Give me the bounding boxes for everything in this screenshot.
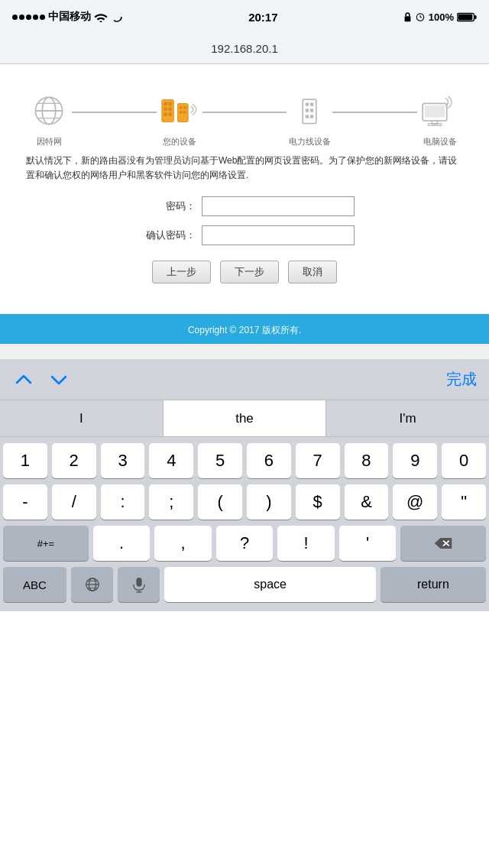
key-2[interactable]: 2 <box>52 443 96 478</box>
form-section: 默认情况下，新的路由器没有为管理员访问基于Web配置的网页设置密码。为了保护您的… <box>18 154 471 283</box>
kb-row-mixed: #+= . , ? ! ' <box>3 526 486 561</box>
key-comma[interactable]: , <box>154 526 212 561</box>
key-dash[interactable]: - <box>3 484 47 520</box>
network-diagram: 因特网 <box>18 79 471 154</box>
confirm-input[interactable] <box>202 225 355 245</box>
key-globe[interactable] <box>71 567 113 602</box>
svg-rect-22 <box>180 106 182 108</box>
battery-label: 100% <box>429 11 454 23</box>
powerline-icon <box>287 92 332 130</box>
network-item-computer: 电脑设备 <box>417 92 463 147</box>
done-button[interactable]: 完成 <box>446 369 477 390</box>
svg-rect-7 <box>474 15 477 18</box>
status-bar: 中国移动 20:17 100% <box>0 0 489 34</box>
suggestion-1[interactable]: the <box>164 400 327 436</box>
svg-rect-29 <box>306 108 309 112</box>
password-label: 密码： <box>134 199 196 213</box>
keyboard-nav <box>12 371 70 389</box>
network-item-device: 您的设备 <box>157 92 202 147</box>
suggestion-0[interactable]: I <box>0 400 164 436</box>
internet-label: 因特网 <box>37 136 62 147</box>
key-hashtag[interactable]: #+= <box>3 526 89 561</box>
key-4[interactable]: 4 <box>149 443 193 478</box>
svg-rect-26 <box>303 99 317 124</box>
key-5[interactable]: 5 <box>198 443 242 478</box>
svg-rect-28 <box>310 102 313 105</box>
key-colon[interactable]: : <box>101 484 145 520</box>
svg-rect-20 <box>168 113 171 116</box>
word-suggestions: I the I'm <box>0 400 489 437</box>
computer-icon <box>417 92 463 130</box>
svg-rect-23 <box>183 106 186 108</box>
key-quote[interactable]: " <box>442 484 486 520</box>
footer: Copyright © 2017 版权所有. <box>0 316 489 344</box>
svg-rect-8 <box>458 14 472 20</box>
key-0[interactable]: 0 <box>442 443 486 478</box>
key-semicolon[interactable]: ; <box>149 484 193 520</box>
powerline-label: 电力线设备 <box>289 136 331 147</box>
network-item-powerline: 电力线设备 <box>287 92 332 147</box>
status-left: 中国移动 <box>12 10 123 24</box>
computer-label: 电脑设备 <box>423 136 457 147</box>
cancel-button[interactable]: 取消 <box>288 261 337 283</box>
svg-rect-30 <box>310 108 313 112</box>
key-8[interactable]: 8 <box>345 443 389 478</box>
key-9[interactable]: 9 <box>393 443 437 478</box>
key-mic[interactable] <box>118 567 160 602</box>
key-space[interactable]: space <box>164 567 375 602</box>
connector1 <box>72 112 157 113</box>
svg-rect-15 <box>164 102 167 105</box>
key-at[interactable]: @ <box>393 484 437 520</box>
svg-rect-25 <box>183 111 186 113</box>
keyboard: 1 2 3 4 5 6 7 8 9 0 - / : ; ( ) $ & @ " … <box>0 437 489 611</box>
status-time: 20:17 <box>248 11 277 24</box>
battery-icon <box>457 12 477 22</box>
key-7[interactable]: 7 <box>296 443 340 478</box>
url-bar[interactable]: 192.168.20.1 <box>0 34 489 64</box>
svg-rect-32 <box>310 115 313 118</box>
browser-content: 因特网 <box>0 64 489 306</box>
delete-key[interactable] <box>400 526 486 561</box>
confirm-label: 确认密码： <box>134 228 196 242</box>
url-text: 192.168.20.1 <box>211 42 278 55</box>
dot2 <box>19 15 24 20</box>
suggestion-2[interactable]: I'm <box>326 400 489 436</box>
key-return[interactable]: return <box>381 567 486 602</box>
notice-text: 默认情况下，新的路由器没有为管理员访问基于Web配置的网页设置密码。为了保护您的… <box>26 154 463 183</box>
svg-rect-27 <box>306 102 309 105</box>
svg-rect-24 <box>180 111 182 113</box>
key-period[interactable]: . <box>93 526 151 561</box>
svg-rect-34 <box>425 105 445 118</box>
nav-down-button[interactable] <box>47 371 70 389</box>
key-slash[interactable]: / <box>52 484 96 520</box>
lock-icon <box>403 11 412 22</box>
network-item-internet: 因特网 <box>26 92 72 147</box>
key-abc[interactable]: ABC <box>3 567 66 602</box>
dot5 <box>40 15 45 20</box>
keyboard-toolbar: 完成 <box>0 359 489 400</box>
key-1[interactable]: 1 <box>3 443 47 478</box>
key-3[interactable]: 3 <box>101 443 145 478</box>
key-dollar[interactable]: $ <box>296 484 340 520</box>
key-question[interactable]: ? <box>216 526 274 561</box>
key-lparen[interactable]: ( <box>198 484 242 520</box>
key-ampersand[interactable]: & <box>345 484 389 520</box>
key-6[interactable]: 6 <box>247 443 291 478</box>
key-exclaim[interactable]: ! <box>277 526 335 561</box>
svg-rect-19 <box>164 113 167 116</box>
svg-rect-2 <box>404 16 410 21</box>
password-input[interactable] <box>202 196 355 216</box>
kb-row-symbols: - / : ; ( ) $ & @ " <box>3 484 486 520</box>
key-apostrophe[interactable]: ' <box>339 526 397 561</box>
nav-up-button[interactable] <box>12 371 35 389</box>
password-row: 密码： <box>26 196 463 216</box>
device-label: 您的设备 <box>163 136 196 147</box>
svg-rect-18 <box>168 108 171 111</box>
copyright-text: Copyright © 2017 版权所有. <box>188 324 301 337</box>
key-rparen[interactable]: ) <box>247 484 291 520</box>
next-button[interactable]: 下一步 <box>220 261 279 283</box>
kb-row-bottom: ABC space return <box>3 567 486 602</box>
prev-button[interactable]: 上一步 <box>152 261 211 283</box>
svg-rect-16 <box>168 102 171 105</box>
dot3 <box>26 15 31 20</box>
